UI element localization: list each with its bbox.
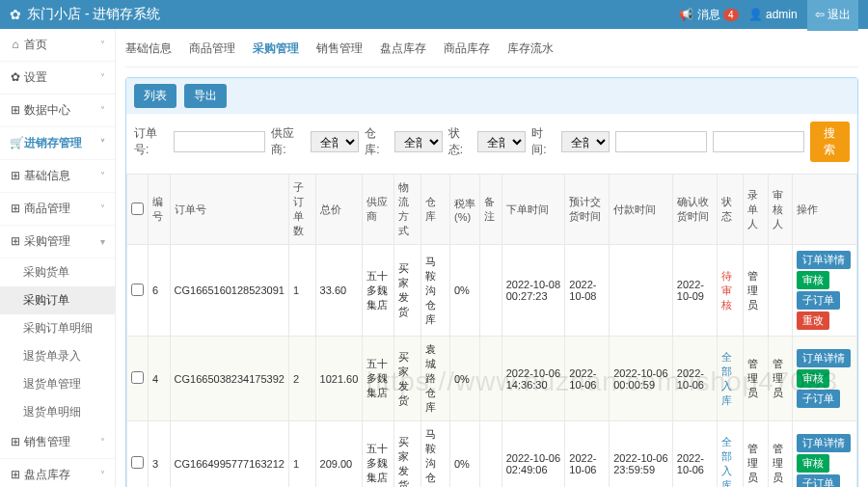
topnav-item[interactable]: 库存流水	[507, 41, 554, 57]
sidebar: ⌂ 首页˅✿ 设置˅⊞ 数据中心˅🛒 进销存管理˅⊞ 基础信息˅⊞ 商品管理˅⊞…	[0, 29, 116, 487]
table-row: 6CG1665160128523091133.60五十多魏集店买家发货马鞍沟仓库…	[127, 245, 857, 337]
row-checkbox[interactable]	[131, 456, 144, 469]
chevron-down-icon: ˅	[100, 105, 105, 116]
column-header: 下单时间	[502, 175, 565, 245]
menu-icon: ⊞	[10, 468, 21, 481]
sidebar-item[interactable]: ⊞ 盘点库存˅	[0, 459, 115, 487]
topnav-item[interactable]: 商品管理	[189, 41, 235, 57]
warehouse-label: 仓库:	[365, 125, 388, 158]
topnav-item[interactable]: 销售管理	[316, 41, 363, 57]
row-action-button[interactable]: 订单详情	[797, 349, 851, 367]
topnav-item[interactable]: 采购管理	[253, 41, 299, 57]
chevron-down-icon: ▾	[100, 236, 105, 247]
sidebar-item[interactable]: ⊞ 销售管理˅	[0, 426, 115, 459]
search-button[interactable]: 搜索	[810, 122, 850, 162]
table-row: 3CG16649957771632121209.00五十多魏集店买家发货马鞍沟仓…	[127, 421, 857, 488]
menu-icon: ⊞	[10, 169, 21, 182]
time-label: 时间:	[531, 125, 555, 158]
chevron-down-icon: ˅	[100, 40, 105, 50]
column-header: 预计交货时间	[565, 175, 610, 245]
column-header: 付款时间	[610, 175, 673, 245]
row-action-button[interactable]: 审核	[797, 271, 829, 289]
row-action-button[interactable]: 重改	[797, 311, 829, 330]
column-header: 备注	[480, 175, 502, 245]
leaf-icon: ✿	[10, 7, 21, 22]
warehouse-select[interactable]: 全部	[394, 131, 443, 152]
export-button[interactable]: 导出	[184, 84, 227, 108]
column-header	[127, 175, 149, 245]
order-no-label: 订单号:	[134, 125, 168, 158]
row-action-button[interactable]: 子订单	[797, 390, 840, 408]
column-header: 仓库	[420, 175, 449, 245]
status-select[interactable]: 全部	[477, 131, 526, 152]
row-action-button[interactable]: 子订单	[797, 291, 840, 310]
time-select[interactable]: 全部	[561, 131, 610, 152]
column-header: 录单人	[744, 175, 768, 245]
menu-icon: ⊞	[10, 202, 21, 215]
sidebar-sub-item[interactable]: 采购订单明细	[0, 314, 115, 342]
sidebar-item[interactable]: ⊞ 采购管理▾	[0, 226, 115, 258]
chevron-down-icon: ˅	[100, 72, 105, 83]
time-to-input[interactable]	[713, 131, 804, 152]
sidebar-item[interactable]: ⊞ 商品管理˅	[0, 193, 115, 226]
row-action-button[interactable]: 审核	[797, 454, 829, 473]
row-action-button[interactable]: 订单详情	[797, 251, 851, 269]
sidebar-sub-item[interactable]: 采购货单	[0, 258, 115, 286]
filter-bar: 订单号: 供应商: 全部 仓库: 全部 状态: 全部 时间: 全部 搜索	[126, 114, 857, 170]
list-button[interactable]: 列表	[134, 84, 176, 108]
supplier-select[interactable]: 全部	[311, 131, 359, 152]
chevron-down-icon: ˅	[100, 203, 105, 214]
chevron-down-icon: ˅	[100, 138, 105, 149]
column-header: 状态	[717, 175, 744, 245]
menu-icon: ⊞	[10, 103, 21, 117]
column-header: 子订单数	[288, 175, 315, 245]
sidebar-item[interactable]: ✿ 设置˅	[0, 62, 115, 95]
column-header: 操作	[792, 175, 856, 245]
sidebar-sub-item[interactable]: 采购订单	[0, 286, 115, 314]
topnav-item[interactable]: 基础信息	[125, 41, 172, 57]
row-action-button[interactable]: 子订单	[797, 474, 840, 487]
sidebar-item[interactable]: ⊞ 基础信息˅	[0, 160, 115, 193]
row-action-button[interactable]: 审核	[797, 369, 829, 388]
row-checkbox[interactable]	[131, 284, 144, 296]
status-label: 状态:	[448, 125, 472, 158]
sidebar-sub-item[interactable]: 退货单录入	[0, 342, 115, 370]
sidebar-item[interactable]: ⊞ 数据中心˅	[0, 95, 115, 127]
menu-icon: ⌂	[10, 38, 21, 51]
column-header: 编号	[149, 175, 171, 245]
logout-link[interactable]: ⇦ 退出	[807, 0, 858, 31]
order-no-input[interactable]	[174, 131, 265, 152]
sidebar-item[interactable]: 🛒 进销存管理˅	[0, 127, 115, 160]
brand-title: 东门小店 - 进销存系统	[27, 6, 160, 23]
msg-badge: 4	[723, 9, 739, 21]
user-link[interactable]: 👤 admin	[748, 8, 798, 21]
menu-icon: ⊞	[10, 435, 21, 448]
row-checkbox[interactable]	[131, 371, 144, 384]
menu-icon: 🛒	[10, 136, 21, 149]
row-action-button[interactable]: 订单详情	[797, 434, 851, 452]
topnav-item[interactable]: 盘点库存	[380, 41, 426, 57]
main-panel: 列表 导出 订单号: 供应商: 全部 仓库: 全部 状态: 全部 时间: 全部 …	[125, 77, 858, 487]
sidebar-item[interactable]: ⌂ 首页˅	[0, 29, 115, 62]
supplier-label: 供应商:	[271, 125, 305, 158]
time-from-input[interactable]	[615, 131, 707, 152]
menu-icon: ✿	[10, 70, 21, 84]
sidebar-sub-item[interactable]: 退货单明细	[0, 398, 115, 426]
messages-link[interactable]: 📢 消息 4	[679, 7, 738, 23]
column-header: 物流方式	[394, 175, 421, 245]
select-all-checkbox[interactable]	[131, 203, 144, 215]
column-header: 总价	[315, 175, 363, 245]
menu-icon: ⊞	[10, 234, 21, 248]
topnav-item[interactable]: 商品库存	[444, 41, 490, 57]
top-nav: 基础信息商品管理采购管理销售管理盘点库存商品库存库存流水	[125, 37, 858, 68]
column-header: 订单号	[170, 175, 288, 245]
chevron-down-icon: ˅	[100, 437, 105, 447]
table-row: 4CG166503823417539221021.60五十多魏集店买家发货袁城路…	[127, 337, 857, 421]
column-header: 供应商	[363, 175, 394, 245]
chevron-down-icon: ˅	[100, 470, 105, 480]
column-header: 审核人	[768, 175, 792, 245]
column-header: 确认收货时间	[672, 175, 717, 245]
top-bar: ✿ 东门小店 - 进销存系统 📢 消息 4 👤 admin ⇦ 退出	[0, 0, 868, 29]
sidebar-sub-item[interactable]: 退货单管理	[0, 370, 115, 398]
column-header: 税率(%)	[449, 175, 479, 245]
